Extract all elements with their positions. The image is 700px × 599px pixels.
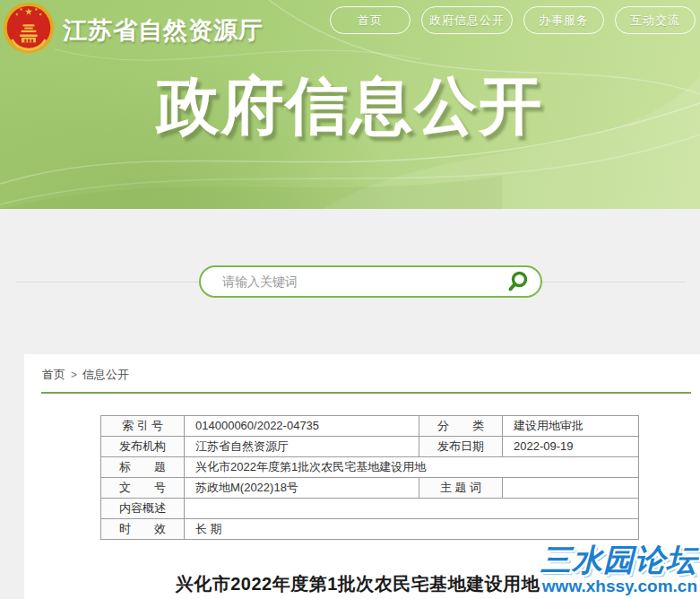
meta-label-pub-date: 发布日期 (419, 437, 503, 457)
meta-label-doc-no: 文 号 (101, 478, 185, 499)
table-row: 文 号 苏政地M(2022)18号 主 题 词 (101, 478, 639, 499)
breadcrumb-current-link[interactable]: 信息公开 (82, 367, 129, 383)
meta-value-doc-no: 苏政地M(2022)18号 (185, 478, 419, 499)
site-title[interactable]: 江苏省自然资源厅 (63, 14, 264, 47)
watermark-site-name: 三水园论坛 (540, 544, 697, 575)
meta-value-keywords (503, 478, 639, 499)
national-emblem-logo[interactable] (2, 1, 56, 55)
search-box (199, 265, 542, 298)
meta-value-title: 兴化市2022年度第1批次农民宅基地建设用地 (185, 457, 639, 478)
table-row: 时 效 长 期 (101, 519, 639, 540)
breadcrumb-underline (41, 392, 691, 394)
main-nav: 首页 政府信息公开 办事服务 互动交流 (330, 6, 696, 34)
table-row: 发布机构 江苏省自然资源厅 发布日期 2022-09-19 (101, 437, 639, 457)
page: 江苏省自然资源厅 首页 政府信息公开 办事服务 互动交流 政府信息公开 (0, 0, 700, 599)
search-input[interactable] (201, 267, 505, 296)
nav-gov-info-disclosure[interactable]: 政府信息公开 (421, 6, 513, 34)
search-icon (506, 270, 530, 293)
meta-label-index-no: 索 引 号 (101, 416, 185, 437)
meta-value-publisher: 江苏省自然资源厅 (185, 437, 419, 457)
forum-watermark: 三水园论坛 www.xhssy.com.cn (540, 544, 697, 595)
table-row: 内容概述 (101, 499, 639, 519)
meta-label-keywords: 主 题 词 (419, 478, 503, 499)
nav-services[interactable]: 办事服务 (523, 6, 604, 34)
search-section (0, 209, 700, 354)
table-row: 索 引 号 014000060/2022-04735 分 类 建设用地审批 (101, 416, 639, 437)
meta-label-category: 分 类 (419, 416, 503, 437)
breadcrumb-separator: > (71, 369, 77, 381)
meta-label-summary: 内容概述 (101, 499, 185, 519)
nav-home[interactable]: 首页 (330, 6, 410, 34)
table-row: 标 题 兴化市2022年度第1批次农民宅基地建设用地 (101, 457, 639, 478)
watermark-site-url: www.xhssy.com.cn (540, 577, 697, 595)
banner-title: 政府信息公开 (0, 72, 700, 141)
meta-value-summary (185, 499, 639, 519)
meta-label-title: 标 题 (101, 457, 185, 478)
search-button[interactable] (505, 267, 540, 296)
document-meta-table: 索 引 号 014000060/2022-04735 分 类 建设用地审批 发布… (100, 415, 639, 540)
meta-label-validity: 时 效 (101, 519, 185, 540)
nav-interaction[interactable]: 互动交流 (615, 6, 696, 34)
breadcrumb: 首页 > 信息公开 (24, 354, 700, 383)
meta-value-index-no: 014000060/2022-04735 (185, 416, 419, 437)
site-header: 江苏省自然资源厅 首页 政府信息公开 办事服务 互动交流 政府信息公开 (0, 0, 700, 209)
meta-value-pub-date: 2022-09-19 (503, 437, 639, 457)
meta-value-validity: 长 期 (185, 519, 639, 540)
breadcrumb-home-link[interactable]: 首页 (42, 367, 65, 383)
top-bar: 江苏省自然资源厅 首页 政府信息公开 办事服务 互动交流 (0, 0, 700, 57)
meta-value-category: 建设用地审批 (503, 416, 639, 437)
meta-label-publisher: 发布机构 (101, 437, 185, 457)
